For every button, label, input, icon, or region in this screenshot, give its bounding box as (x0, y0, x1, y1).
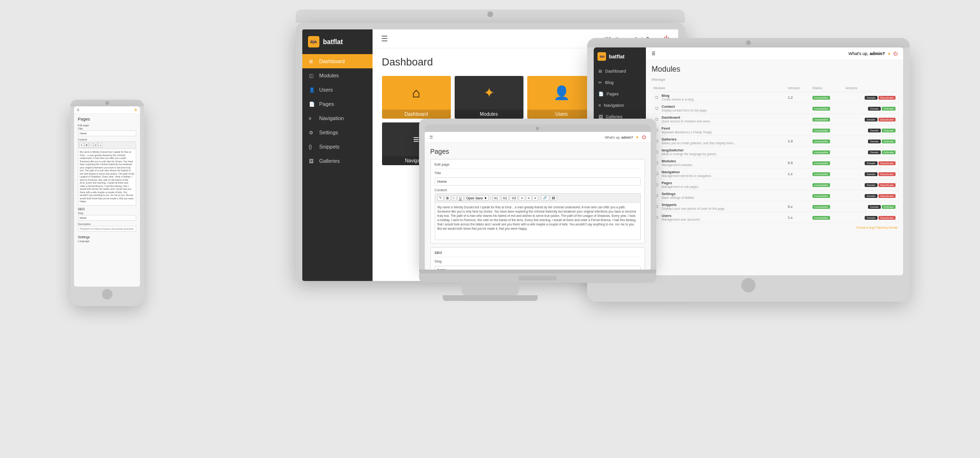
nav-icon: ≡ (309, 116, 316, 121)
module-actions: Details Activate (844, 136, 897, 147)
details-button[interactable]: Details (868, 150, 880, 154)
toggle-button[interactable]: Activate (882, 205, 896, 209)
phone-toolbar-align[interactable]: ≡ (98, 143, 103, 148)
toggle-button[interactable]: Activate (882, 107, 896, 111)
toolbar-h2[interactable]: H2 (501, 196, 509, 201)
tablet-main: ☰ What's up, admin? ● ⏻ Modules Manage (646, 47, 903, 275)
module-desc: Management of sub pages. (662, 185, 699, 188)
laptop-editor-toolbar: ✎ B I U Open Sans ▼ | H1 H2 H3 ≡ ≡ ≡ (435, 193, 641, 202)
phone-toolbar-bold[interactable]: B (84, 143, 89, 148)
table-row: ◻ Feed Wyswietl aktualnosci z Feeda Twoj… (652, 125, 897, 136)
toolbar-pen[interactable]: ✎ (437, 195, 444, 201)
toggle-button[interactable]: Deactivate (878, 216, 896, 220)
toolbar-divider2: | (539, 196, 540, 200)
tablet-nav-pages[interactable]: 📄 Pages (594, 88, 646, 100)
phone-title-input[interactable] (78, 131, 136, 136)
phone-home-button[interactable] (102, 289, 112, 299)
phone-content: ☰ ⏻ Pages Edit page Title Content ✎ B I … (74, 106, 140, 287)
table-row: ◻ Contact Display contact form on the pa… (652, 103, 897, 114)
toggle-button[interactable]: Activate (882, 140, 896, 143)
laptop-header: ☰ What's up, admin? ● ⏻ (425, 132, 651, 143)
sidebar-item-modules[interactable]: ◫ Modules (302, 68, 373, 83)
module-actions: Details Deactivate (844, 212, 897, 223)
phone-hamburger[interactable]: ☰ (77, 108, 79, 112)
laptop-title-input[interactable] (435, 178, 641, 186)
phone-slug-label: Slug (78, 212, 136, 215)
toggle-button[interactable]: Activate (882, 150, 896, 154)
phone-power[interactable]: ⏻ (134, 108, 137, 112)
laptop-notif-icon[interactable]: ● (636, 135, 638, 140)
module-desc: Display contact form on the page. (662, 109, 708, 112)
tablet-nav-dashboard[interactable]: ⊞ Dashboard (594, 65, 646, 77)
tablet-nav-blog[interactable]: ✏ Blog (594, 77, 646, 88)
phone-desc-input[interactable] (78, 226, 136, 232)
toggle-button[interactable]: Deactivate (878, 172, 896, 176)
laptop-power-icon[interactable]: ⏻ (642, 135, 646, 140)
details-button[interactable]: Details (865, 194, 877, 198)
toggle-button[interactable]: Deactivate (878, 96, 896, 100)
laptop-trackpad[interactable] (519, 276, 557, 280)
toolbar-image[interactable]: 🖼 (550, 196, 557, 201)
sidebar-item-settings[interactable]: ⚙ Settings (302, 125, 373, 140)
toolbar-underline[interactable]: U (457, 196, 464, 201)
galleries-icon: 🖼 (309, 159, 316, 164)
sidebar-item-users[interactable]: 👤 Users (302, 83, 373, 97)
details-button[interactable]: Details (868, 205, 880, 209)
tablet-notif-icon[interactable]: ● (888, 51, 890, 56)
details-button[interactable]: Details (865, 172, 877, 176)
toolbar-h1[interactable]: H1 (492, 196, 500, 201)
sidebar-item-galleries[interactable]: 🖼 Galleries (302, 154, 373, 168)
sidebar-item-dashboard[interactable]: ⊞ Dashboard (302, 54, 373, 68)
details-button[interactable]: Details (865, 216, 877, 220)
toolbar-bold[interactable]: B (445, 196, 451, 201)
phone-slug-input[interactable] (78, 215, 136, 221)
phone-toolbar-underline[interactable]: U (93, 143, 98, 148)
toggle-button[interactable]: Activate (882, 129, 896, 132)
toolbar-font-select[interactable]: Open Sans ▼ (465, 196, 489, 201)
sidebar-item-navigation[interactable]: ≡ Navigation (302, 111, 373, 125)
tablet-power-icon[interactable]: ⏻ (893, 51, 897, 56)
toggle-button[interactable]: Deactivate (878, 118, 896, 122)
tab-nav-icon: ≡ (598, 103, 601, 108)
details-button[interactable]: Details (865, 183, 877, 187)
scene: 🦇 batflat ⊞ Dashboard ◫ Modules 👤 Users (0, 0, 980, 458)
dash-card-modules[interactable]: ✦ Modules (455, 76, 523, 119)
toolbar-align-r[interactable]: ≡ (532, 196, 538, 201)
toolbar-align-l[interactable]: ≡ (519, 196, 524, 201)
toggle-button[interactable]: Deactivate (878, 183, 896, 187)
details-button[interactable]: Details (865, 118, 877, 122)
laptop-editor-area[interactable]: My name is Merely Ducard but I speak for… (435, 202, 641, 240)
tablet-nav-navigation[interactable]: ≡ Navigation (594, 100, 646, 111)
details-button[interactable]: Details (868, 140, 880, 143)
dash-users-icon: 👤 (527, 76, 596, 110)
phone-toolbar-italic2[interactable]: I (89, 143, 93, 148)
dash-card-dashboard[interactable]: ⌂ Dashboard (382, 76, 451, 119)
toolbar-align-c[interactable]: ≡ (526, 196, 532, 201)
module-version: 5.5 (786, 158, 810, 168)
toolbar-h3[interactable]: H3 (510, 196, 518, 201)
details-button[interactable]: Details (868, 107, 880, 111)
table-row: ◻ Pages Management of sub pages. compati… (652, 179, 897, 190)
laptop-hamburger[interactable]: ☰ (429, 135, 433, 140)
details-button[interactable]: Details (865, 96, 877, 100)
module-status: compatible (811, 103, 844, 114)
phone-editor-area[interactable]: My name is Merely Ducard but I speak for… (78, 149, 136, 206)
hamburger-icon[interactable]: ☰ (381, 34, 388, 43)
toggle-button[interactable]: Deactivate (878, 194, 896, 198)
laptop-title-label: Title (435, 171, 641, 175)
sidebar-item-pages[interactable]: 📄 Pages (302, 97, 373, 111)
modules-table: Module Version Status Actions ◻ Blo (652, 84, 897, 223)
laptop-slug-input[interactable] (435, 266, 641, 270)
tablet-home-button[interactable] (741, 278, 756, 292)
phone-title-label: Title (78, 127, 136, 130)
dash-card-users[interactable]: 👤 Users (527, 76, 596, 119)
toolbar-link[interactable]: 🔗 (541, 195, 549, 201)
sidebar-item-snippets[interactable]: {} Snippets (302, 140, 373, 154)
toolbar-italic[interactable]: I (452, 196, 457, 201)
tablet-hamburger[interactable]: ☰ (652, 51, 655, 56)
module-actions: Details Activate (844, 147, 897, 158)
phone-toolbar-italic[interactable]: ✎ (79, 143, 84, 148)
details-button[interactable]: Details (868, 129, 880, 132)
details-button[interactable]: Details (865, 161, 877, 165)
toggle-button[interactable]: Deactivate (878, 161, 896, 165)
